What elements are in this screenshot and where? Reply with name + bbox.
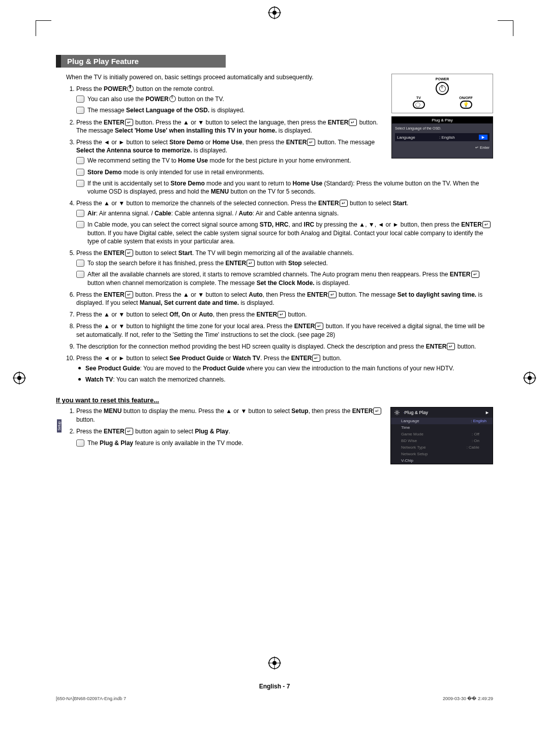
note: In Cable mode, you can select the correc…: [76, 220, 493, 245]
registration-mark-right: [523, 371, 536, 385]
note: Store Demo mode is only intended for use…: [76, 168, 493, 176]
setup-menu-row: Game Mode: Off: [391, 431, 493, 437]
note: Air: Air antenna signal. / Cable: Cable …: [76, 209, 493, 217]
note: The message Select Language of the OSD. …: [76, 106, 493, 114]
step-7: Press the ▲ or ▼ button to select Off, O…: [76, 310, 493, 319]
setup-menu-row: Language: English: [391, 418, 493, 424]
note: To stop the search before it has finishe…: [76, 259, 493, 267]
bullet: See Product Guide: You are moved to the …: [76, 364, 493, 372]
enter-icon: ↵: [482, 221, 491, 228]
step-8: Press the ▲ or ▼ button to highlight the…: [76, 322, 493, 338]
power-label: POWER: [395, 77, 490, 81]
setup-header: Plug & Play: [405, 410, 429, 415]
page-footer: English - 7: [0, 683, 549, 690]
crop-mark: [498, 20, 513, 36]
power-button-icon: [436, 82, 449, 95]
setup-menu-figure: Setup · Plug & Play► Language: EnglishTi…: [390, 407, 493, 464]
registration-mark-top: [268, 6, 281, 19]
enter-icon: ↵: [125, 428, 133, 435]
registration-mark-left: [13, 371, 26, 385]
bullet: Watch TV: You can watch the memorized ch…: [76, 375, 493, 384]
step-9: The description for the connection metho…: [76, 342, 493, 351]
note: After all the available channels are sto…: [76, 270, 493, 287]
section-heading: Plug & Play Feature: [56, 55, 226, 68]
setup-menu-row: V-Chip: [391, 457, 493, 464]
enter-icon: ↵: [312, 355, 320, 362]
enter-icon: ↵: [373, 407, 381, 415]
step-5: Press the ENTER↵ button to select Start.…: [76, 249, 493, 287]
osd-row-key: Language: [397, 135, 415, 140]
osd-title: Plug & Play: [392, 117, 493, 123]
enter-icon: ↵: [125, 119, 133, 126]
power-icon: [127, 85, 134, 92]
enter-icon: ↵: [278, 311, 286, 318]
osd-footer: ↵ Enter: [395, 145, 490, 150]
step-4: Press the ▲ or ▼ button to memorize the …: [76, 199, 493, 245]
setup-menu-row: Network Setup: [391, 451, 493, 457]
print-timestamp: 2009-03-30 �� 2:49:29: [443, 696, 493, 701]
enter-icon: ↵: [307, 139, 315, 146]
arrow-right-icon: ►: [485, 410, 490, 415]
crop-mark: [36, 20, 51, 36]
note: If the unit is accidentally set to Store…: [76, 179, 493, 196]
print-metadata: [650-NA]BN68-02097A-Eng.indb 7 2009-03-3…: [56, 696, 493, 701]
note: We recommend setting the TV to Home Use …: [76, 156, 493, 165]
enter-icon: ↵: [340, 200, 348, 207]
setup-menu-row: Time: [391, 424, 493, 431]
enter-icon: ↵: [328, 291, 337, 298]
note: You can also use the POWER button on the…: [76, 95, 493, 103]
enter-icon: ↵: [247, 260, 255, 267]
enter-icon: ↵: [447, 343, 455, 350]
enter-icon: ↵: [349, 119, 357, 126]
enter-icon: ↵: [315, 323, 323, 330]
osd-row-val: : English: [439, 135, 455, 140]
reset-heading: If you want to reset this feature...: [56, 396, 493, 404]
osd-subtitle: Select Language of the OSD.: [395, 127, 490, 130]
osd-row: Language : English ►: [395, 133, 490, 141]
enter-icon: ↵: [125, 291, 133, 298]
setup-side-label: Setup: [57, 419, 62, 432]
svg-point-16: [396, 412, 398, 414]
step-6: Press the ENTER↵ button. Press the ▲ or …: [76, 291, 493, 307]
print-file: [650-NA]BN68-02097A-Eng.indb 7: [56, 696, 126, 701]
enter-icon: ↵: [471, 271, 479, 278]
enter-icon: ↵: [125, 249, 133, 257]
gear-icon: [394, 410, 400, 416]
step-10: Press the ◄ or ► button to select See Pr…: [76, 354, 493, 384]
arrow-right-icon: ►: [479, 135, 487, 140]
power-icon: [169, 96, 176, 102]
osd-plug-play-figure: Plug & Play Select Language of the OSD. …: [391, 116, 493, 159]
note: The Plug & Play feature is only availabl…: [76, 439, 493, 447]
registration-mark-bottom: [268, 656, 281, 670]
